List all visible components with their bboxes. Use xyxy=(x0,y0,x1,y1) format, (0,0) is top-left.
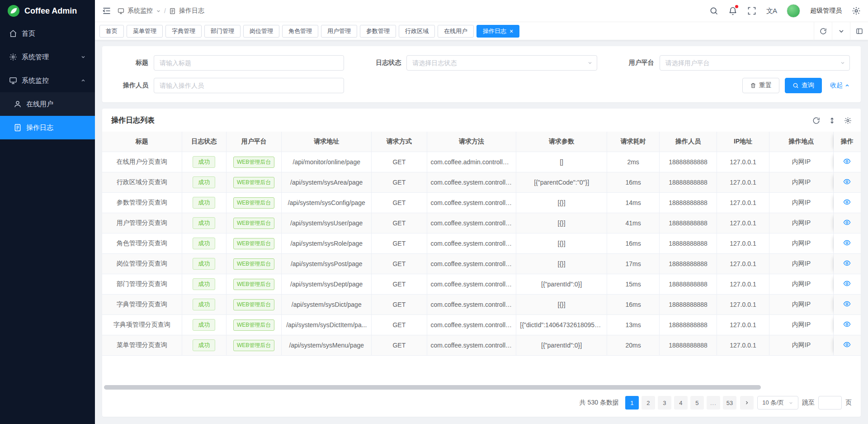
cell-handler: com.coffee.system.controlle... xyxy=(427,254,517,274)
cell-ip: 127.0.0.1 xyxy=(717,172,769,193)
refresh-tab-button[interactable] xyxy=(814,22,832,40)
user-avatar[interactable] xyxy=(787,4,800,18)
sidebar-item-system-management[interactable]: 系统管理 xyxy=(0,45,95,69)
column-header-10: 操作地点 xyxy=(769,132,834,152)
scrollbar-thumb[interactable] xyxy=(104,385,761,390)
cell-platform: WEB管理后台 xyxy=(226,295,282,315)
sidebar-item-system-monitor[interactable]: 系统监控 xyxy=(0,69,95,92)
tab-close-icon[interactable]: × xyxy=(509,28,513,34)
refresh-icon[interactable] xyxy=(812,117,820,124)
page-content: 标题 日志状态 用户平台 xyxy=(95,40,868,424)
table-container: 标题日志状态用户平台请求地址请求方式请求方法请求参数请求耗时操作人员IP地址操作… xyxy=(102,132,861,383)
title-input[interactable] xyxy=(154,55,344,71)
tab-7[interactable]: 参数管理 xyxy=(360,25,396,38)
next-page-button[interactable] xyxy=(740,396,754,410)
pager-ellipsis[interactable]: ... xyxy=(707,396,720,410)
cell-url: /api/system/sysDict/page xyxy=(282,295,372,315)
column-header-0: 标题 xyxy=(102,132,182,152)
view-icon[interactable] xyxy=(843,320,851,328)
tab-5[interactable]: 角色管理 xyxy=(282,25,318,38)
filter-operator-label: 操作人员 xyxy=(113,81,148,90)
tab-8[interactable]: 行政区域 xyxy=(399,25,435,38)
sidebar-collapse-icon[interactable] xyxy=(102,6,111,15)
page-button-53[interactable]: 53 xyxy=(723,396,736,410)
trash-icon xyxy=(750,82,756,89)
cell-duration: 16ms xyxy=(607,172,660,193)
table-row: 行政区域分页查询成功WEB管理后台/api/system/sysArea/pag… xyxy=(102,172,861,193)
filter-title-label: 标题 xyxy=(113,59,148,67)
cell-platform: WEB管理后台 xyxy=(226,335,282,356)
operator-input[interactable] xyxy=(154,78,344,93)
jump-page-input[interactable] xyxy=(818,396,842,410)
cell-title: 部门管理分页查询 xyxy=(102,274,182,295)
monitor-icon xyxy=(9,76,17,85)
cell-location: 内网IP xyxy=(769,172,834,193)
cell-actions xyxy=(834,152,861,172)
tab-10[interactable]: 操作日志× xyxy=(476,25,519,38)
view-icon[interactable] xyxy=(843,178,851,186)
tab-2[interactable]: 字典管理 xyxy=(165,25,202,38)
tab-label: 参数管理 xyxy=(366,27,390,35)
platform-tag: WEB管理后台 xyxy=(233,157,274,168)
page-button-5[interactable]: 5 xyxy=(690,396,704,410)
page-size-select[interactable]: 10 条/页 xyxy=(757,396,798,410)
cell-title: 用户管理分页查询 xyxy=(102,213,182,233)
page-button-1[interactable]: 1 xyxy=(625,396,639,410)
translate-icon[interactable]: 文A xyxy=(766,7,777,15)
view-icon[interactable] xyxy=(843,300,851,308)
sidebar-item-home[interactable]: 首页 xyxy=(0,22,95,45)
collapse-filters-link[interactable]: 收起 xyxy=(830,81,850,90)
tab-actions-dropdown[interactable] xyxy=(832,22,850,40)
cell-title: 岗位管理分页查询 xyxy=(102,254,182,274)
tab-4[interactable]: 岗位管理 xyxy=(243,25,279,38)
page-button-4[interactable]: 4 xyxy=(674,396,688,410)
view-icon[interactable] xyxy=(843,341,851,348)
collapse-link-label: 收起 xyxy=(830,81,843,90)
tab-label: 部门管理 xyxy=(211,27,234,35)
layout-panel-button[interactable] xyxy=(850,22,868,40)
page-button-3[interactable]: 3 xyxy=(658,396,671,410)
cell-ip: 127.0.0.1 xyxy=(717,335,769,356)
view-icon[interactable] xyxy=(843,259,851,267)
platform-tag: WEB管理后台 xyxy=(233,319,274,331)
platform-tag: WEB管理后台 xyxy=(233,258,274,270)
breadcrumb-item[interactable]: 系统监控 xyxy=(127,7,153,15)
cell-status: 成功 xyxy=(182,213,226,233)
view-icon[interactable] xyxy=(843,219,851,226)
fullscreen-icon[interactable] xyxy=(747,6,756,15)
settings-gear-icon[interactable] xyxy=(852,6,861,15)
chevron-right-icon xyxy=(744,400,750,405)
cell-platform: WEB管理后台 xyxy=(226,274,282,295)
cell-params: [] xyxy=(516,152,607,172)
filter-user-platform-field: 用户平台 xyxy=(619,55,850,71)
status-tag: 成功 xyxy=(193,339,215,351)
view-icon[interactable] xyxy=(843,280,851,287)
status-tag: 成功 xyxy=(193,278,215,290)
cell-status: 成功 xyxy=(182,172,226,193)
view-icon[interactable] xyxy=(843,239,851,247)
tab-9[interactable]: 在线用户 xyxy=(438,25,474,38)
query-button[interactable]: 查询 xyxy=(785,78,822,93)
user-name[interactable]: 超级管理员 xyxy=(810,7,842,15)
sidebar-item-operation-log[interactable]: 操作日志 xyxy=(0,116,95,139)
column-header-11: 操作 xyxy=(834,132,861,152)
tab-0[interactable]: 首页 xyxy=(99,25,124,38)
sidebar-item-online-users[interactable]: 在线用户 xyxy=(0,92,95,116)
cell-platform: WEB管理后台 xyxy=(226,213,282,233)
user-platform-select[interactable] xyxy=(660,55,850,71)
tab-6[interactable]: 用户管理 xyxy=(321,25,357,38)
page-button-2[interactable]: 2 xyxy=(642,396,655,410)
view-icon[interactable] xyxy=(843,157,851,165)
cell-url: /api/system/sysDictItem/pa... xyxy=(282,315,372,335)
log-status-select[interactable] xyxy=(406,55,597,71)
column-settings-icon[interactable] xyxy=(844,117,852,124)
tab-1[interactable]: 菜单管理 xyxy=(127,25,163,38)
density-icon[interactable] xyxy=(828,117,836,124)
horizontal-scrollbar[interactable] xyxy=(104,385,859,390)
view-icon[interactable] xyxy=(843,198,851,206)
notifications-button[interactable] xyxy=(728,6,737,15)
search-icon[interactable] xyxy=(709,6,718,15)
reset-button[interactable]: 重置 xyxy=(742,78,779,93)
cell-duration: 13ms xyxy=(607,315,660,335)
tab-3[interactable]: 部门管理 xyxy=(204,25,241,38)
